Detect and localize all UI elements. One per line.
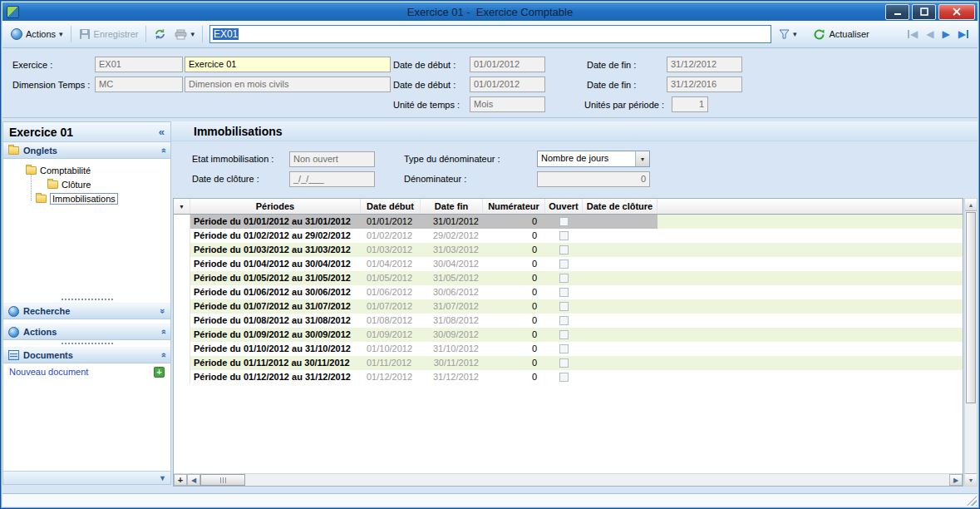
cell-date-cloture[interactable] [583,257,657,271]
col-ouvert[interactable]: Ouvert [545,199,583,214]
cell-ouvert[interactable] [545,370,583,384]
unites-periode-field[interactable]: 1 [672,96,708,112]
cell-date-cloture[interactable] [583,370,657,384]
date-debut-field-2[interactable]: 01/01/2012 [470,77,545,92]
cell-date-debut[interactable]: 01/06/2012 [361,285,421,299]
cell-date-cloture[interactable] [583,328,657,342]
scroll-down-button[interactable]: ▼ [965,473,977,486]
cell-date-fin[interactable]: 31/10/2012 [421,342,483,356]
section-actions[interactable]: Actions » [3,324,170,340]
row-marker[interactable] [174,271,190,285]
cell-date-cloture[interactable] [583,314,657,328]
ouvert-checkbox[interactable] [559,344,569,353]
cell-periode[interactable]: Période du 01/06/2012 au 30/06/2012 [190,285,361,299]
cell-date-debut[interactable]: 01/08/2012 [361,314,421,328]
row-marker[interactable] [174,328,190,342]
row-marker[interactable] [174,285,190,299]
denominateur-field[interactable]: 0 [537,171,650,187]
cell-date-debut[interactable]: 01/05/2012 [361,271,421,285]
section-recherche[interactable]: Recherche » [3,303,170,319]
cell-date-fin[interactable]: 29/02/2012 [421,229,483,243]
col-numerateur[interactable]: Numérateur [483,199,545,214]
dimension-code-field[interactable]: MC [95,77,183,92]
cell-date-debut[interactable]: 01/12/2012 [361,370,421,384]
date-cloture-field[interactable]: _/_/___ [289,171,375,187]
cell-periode[interactable]: Période du 01/03/2012 au 31/03/2012 [190,243,361,257]
cell-numerateur[interactable]: 0 [483,299,545,314]
cell-date-fin[interactable]: 31/08/2012 [421,314,483,328]
cell-periode[interactable]: Période du 01/01/2012 au 31/01/2012 [190,215,361,229]
record-search-input[interactable]: EX01 [209,25,771,43]
cell-periode[interactable]: Période du 01/12/2012 au 31/12/2012 [190,370,361,384]
cell-periode[interactable]: Période du 01/05/2012 au 31/05/2012 [190,271,361,285]
scroll-up-button[interactable]: ▲ [965,199,977,211]
refresh-button[interactable] [150,26,170,42]
col-date-cloture[interactable]: Date de clôture [583,199,657,214]
dimension-name-field[interactable]: Dimension en mois civils [185,77,391,92]
cell-date-debut[interactable]: 01/10/2012 [361,342,421,356]
cell-ouvert[interactable] [545,229,583,243]
vertical-scrollbar[interactable]: ▲ ▼ [964,198,978,487]
next-record-button[interactable]: ▶ [943,29,950,39]
cell-ouvert[interactable] [545,257,583,271]
cell-date-debut[interactable]: 01/09/2012 [361,328,421,342]
minimize-button[interactable] [885,4,909,20]
cell-numerateur[interactable]: 0 [483,271,545,285]
cell-date-debut[interactable]: 01/01/2012 [361,215,421,229]
date-debut-field-1[interactable]: 01/01/2012 [470,57,545,72]
date-fin-field-1[interactable]: 31/12/2012 [667,57,742,72]
cell-periode[interactable]: Période du 01/07/2012 au 31/07/2012 [190,299,361,314]
cell-date-fin[interactable]: 31/03/2012 [421,243,483,257]
previous-record-button[interactable]: ◀ [926,29,933,39]
cell-numerateur[interactable]: 0 [483,257,545,271]
horizontal-scrollbar[interactable]: + ◀ ▶ [174,473,963,486]
cell-date-cloture[interactable] [583,285,657,299]
actualiser-button[interactable]: Actualiser [809,26,873,43]
chevron-up-icon[interactable]: » [158,329,168,334]
titlebar[interactable]: Exercice 01 - Exercice Comptable [2,2,978,21]
maximize-button[interactable] [912,4,936,20]
cell-date-fin[interactable]: 30/06/2012 [421,285,483,299]
row-marker[interactable] [174,257,190,271]
cell-date-cloture[interactable] [583,229,657,243]
cell-date-cloture[interactable] [583,342,657,356]
cell-numerateur[interactable]: 0 [483,243,545,257]
cell-periode[interactable]: Période du 01/02/2012 au 29/02/2012 [190,229,361,243]
tree-item-comptabilite[interactable]: Comptabilité [3,163,170,177]
exercice-code-field[interactable]: EX01 [95,57,183,72]
cell-date-debut[interactable]: 01/03/2012 [361,243,421,257]
cell-date-debut[interactable]: 01/02/2012 [361,229,421,243]
cell-date-cloture[interactable] [583,243,657,257]
chevron-up-icon[interactable]: » [158,148,168,153]
ouvert-checkbox[interactable] [559,245,569,254]
section-onglets[interactable]: Onglets » [3,142,170,159]
grid-corner-marker[interactable]: ▼ [174,199,190,214]
table-row[interactable]: Période du 01/11/2012 au 30/11/201201/11… [174,356,963,370]
col-date-debut[interactable]: Date début [361,199,421,214]
cell-date-fin[interactable]: 31/12/2012 [421,370,483,384]
cell-numerateur[interactable]: 0 [483,314,545,328]
cell-ouvert[interactable] [545,342,583,356]
table-row[interactable]: Période du 01/01/2012 au 31/01/201201/01… [174,215,963,229]
ouvert-checkbox[interactable] [559,231,569,240]
cell-ouvert[interactable] [545,271,583,285]
row-marker[interactable] [174,215,190,229]
cell-numerateur[interactable]: 0 [483,285,545,299]
nouveau-document-link[interactable]: Nouveau document + [3,363,170,380]
etat-immobilisation-field[interactable]: Non ouvert [289,151,375,167]
scroll-left-button[interactable]: ◀ [187,474,200,486]
cell-date-fin[interactable]: 31/07/2012 [421,299,483,314]
collapse-sidebar-icon[interactable]: « [159,126,165,138]
table-row[interactable]: Période du 01/02/2012 au 29/02/201201/02… [174,229,963,243]
ouvert-checkbox[interactable] [559,259,569,269]
splitter[interactable] [3,340,170,347]
table-row[interactable]: Période du 01/12/2012 au 31/12/201201/12… [174,370,963,384]
row-marker[interactable] [174,370,190,384]
tree-item-immobilisations[interactable]: Immobilisations [3,191,170,205]
cell-ouvert[interactable] [545,299,583,314]
close-button[interactable] [938,4,975,20]
ouvert-checkbox[interactable] [559,302,569,311]
cell-date-fin[interactable]: 31/01/2012 [421,215,483,229]
cell-date-cloture[interactable] [583,271,657,285]
chevron-up-icon[interactable]: » [158,353,168,358]
